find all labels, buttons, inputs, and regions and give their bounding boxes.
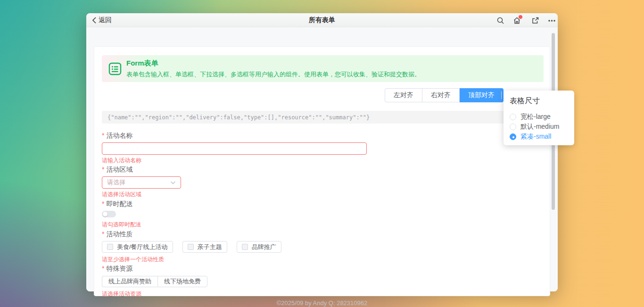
required-mark: * — [102, 132, 104, 139]
type-error: 请至少选择一个活动性质 — [102, 256, 164, 264]
app-window: 返回 所有表单 — [86, 13, 558, 291]
delivery-switch[interactable] — [102, 211, 116, 217]
checkbox-label: 美食/餐厅线上活动 — [117, 243, 168, 251]
label-text: 即时配送 — [106, 200, 132, 207]
required-mark: * — [102, 166, 104, 173]
banner-description: 表单包含输入框、单选框、下拉选择、多选框等用户输入的组件。使用表单，您可以收集、… — [126, 70, 421, 79]
field-label-region: *活动区域 — [102, 166, 132, 174]
field-label-name: *活动名称 — [102, 132, 132, 140]
checkbox-label: 亲子主题 — [198, 243, 222, 251]
form-banner: Form表单 表单包含输入框、单选框、下拉选择、多选框等用户输入的组件。使用表单… — [102, 55, 544, 82]
notification-dot — [519, 15, 522, 19]
radio-icon — [510, 124, 516, 130]
radio-label: 默认-medium — [520, 123, 559, 131]
delivery-error: 请勾选即时配送 — [102, 221, 141, 229]
checkbox-type-brand[interactable]: 品牌推广 — [237, 241, 281, 253]
field-label-type: *活动性质 — [102, 230, 132, 239]
label-text: 活动性质 — [106, 230, 132, 238]
required-mark: * — [102, 230, 104, 238]
chevron-down-icon — [170, 180, 176, 185]
field-label-delivery: *即时配送 — [102, 200, 132, 208]
table-size-dropdown: 表格尺寸 宽松-large 默认-medium 紧凑-small — [504, 91, 574, 145]
banner-text: Form表单 表单包含输入框、单选框、下拉选择、多选框等用户输入的组件。使用表单… — [126, 59, 421, 79]
radio-label: 紧凑-small — [520, 133, 551, 141]
banner-title: Form表单 — [126, 59, 421, 68]
switch-knob — [103, 212, 107, 216]
form-card: Form表单 表单包含输入框、单选框、下拉选择、多选框等用户输入的组件。使用表单… — [94, 46, 550, 296]
checkbox-type-family[interactable]: 亲子主题 — [182, 241, 227, 253]
region-error: 请选择活动区域 — [102, 191, 141, 199]
form-json-preview: {"name":"","region":"","delivery":false,… — [102, 111, 544, 124]
label-text: 活动名称 — [106, 132, 132, 139]
dropdown-title: 表格尺寸 — [510, 96, 574, 106]
page-title: 所有表单 — [86, 13, 558, 27]
align-right-button[interactable]: 右对齐 — [422, 88, 460, 102]
size-option-small[interactable]: 紧凑-small — [510, 132, 574, 141]
align-button-group: 左对齐 右对齐 顶部对齐 — [385, 88, 504, 102]
title-bar: 返回 所有表单 — [86, 13, 558, 27]
name-input[interactable] — [102, 142, 367, 155]
form-icon — [108, 62, 122, 75]
label-text: 活动区域 — [106, 166, 132, 173]
content-area: Form表单 表单包含输入框、单选框、下拉选择、多选框等用户输入的组件。使用表单… — [86, 28, 558, 291]
align-left-button[interactable]: 左对齐 — [385, 88, 422, 102]
resource-radio-group: 线上品牌商赞助 线下场地免费 — [102, 276, 207, 287]
radio-icon — [510, 114, 516, 120]
radio-resource-offline[interactable]: 线下场地免费 — [157, 276, 207, 287]
required-mark: * — [102, 265, 104, 272]
size-option-large[interactable]: 宽松-large — [510, 112, 574, 122]
checkbox-icon — [242, 244, 248, 250]
toolbar-divider — [501, 91, 502, 99]
copyright-footer: ©2025/09 by Andy Q: 282310962 — [86, 299, 558, 307]
label-text: 特殊资源 — [106, 265, 132, 272]
home-icon[interactable] — [513, 17, 521, 25]
checkbox-type-food[interactable]: 美食/餐厅线上活动 — [102, 241, 173, 253]
select-placeholder: 请选择 — [107, 178, 125, 187]
required-mark: * — [102, 200, 104, 207]
checkbox-icon — [188, 244, 194, 250]
radio-resource-online[interactable]: 线上品牌商赞助 — [102, 276, 157, 287]
more-menu-icon[interactable] — [548, 17, 556, 25]
checkbox-icon — [107, 244, 113, 250]
checkbox-label: 品牌推广 — [252, 243, 276, 251]
size-option-medium[interactable]: 默认-medium — [510, 122, 574, 132]
radio-label: 宽松-large — [520, 113, 551, 121]
field-label-resource: *特殊资源 — [102, 265, 132, 273]
search-icon[interactable] — [496, 17, 504, 25]
open-external-icon[interactable] — [531, 17, 539, 25]
region-select[interactable]: 请选择 — [102, 176, 181, 189]
align-top-button[interactable]: 顶部对齐 — [460, 88, 504, 102]
resource-error: 请选择活动资源 — [102, 290, 141, 298]
radio-icon — [510, 133, 516, 140]
name-error: 请输入活动名称 — [102, 157, 141, 165]
type-checkbox-group: 美食/餐厅线上活动 亲子主题 品牌推广 — [102, 241, 281, 253]
